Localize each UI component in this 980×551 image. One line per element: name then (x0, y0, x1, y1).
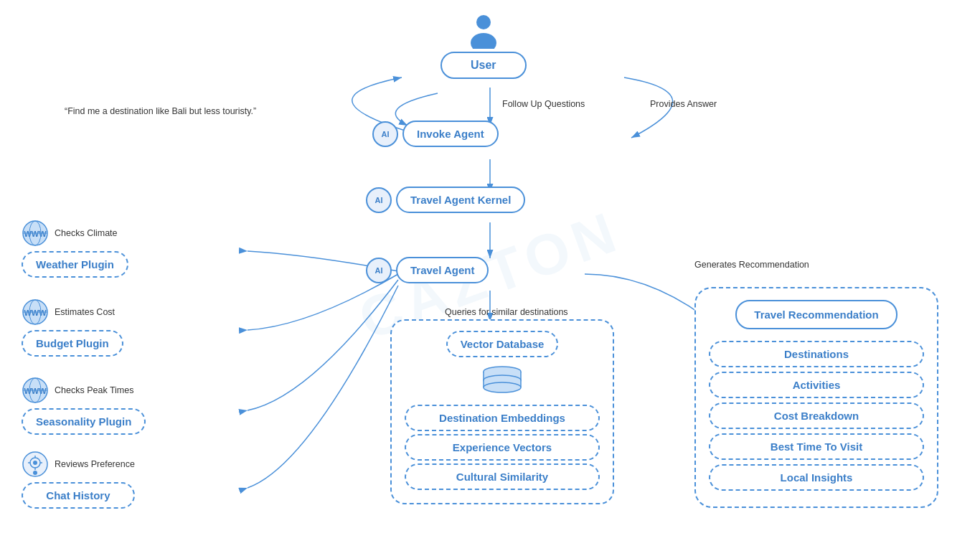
travel-recommendation-node: Travel Recommendation Destinations Activ… (694, 287, 938, 508)
svg-point-32 (484, 382, 521, 392)
brain-icon (22, 451, 49, 478)
cultural-similarity-box: Cultural Similarity (405, 463, 600, 490)
globe-seasonality-icon: WWW (22, 377, 49, 404)
queries-similar-text: Queries for similar destinations (445, 307, 568, 317)
database-svg-icon (481, 366, 524, 395)
seasonality-plugin-label: Seasonality Plugin (36, 415, 131, 428)
find-destination-label: “Find me a destination like Bali but les… (65, 106, 256, 116)
destinations-box: Destinations (709, 341, 924, 367)
chat-history-label: Chat History (46, 489, 110, 501)
user-node: User (440, 13, 527, 79)
invoke-agent-box: Invoke Agent (402, 121, 499, 147)
invoke-agent-label: Invoke Agent (417, 128, 484, 140)
destination-embeddings-label: Destination Embeddings (439, 412, 565, 424)
estimates-cost-label: Estimates Cost (55, 307, 115, 317)
reviews-pref-label: Reviews Preference (55, 459, 135, 469)
travel-recommendation-container: Travel Recommendation Destinations Activ… (694, 287, 938, 508)
user-box: User (440, 52, 527, 79)
destination-embeddings-box: Destination Embeddings (405, 405, 600, 431)
globe-weather-icon: WWW (22, 220, 49, 247)
budget-plugin-label: Budget Plugin (36, 337, 109, 349)
travel-recommendation-label: Travel Recommendation (754, 309, 878, 321)
seasonality-plugin-box: Seasonality Plugin (22, 408, 146, 435)
invoke-agent-node: AI Invoke Agent (372, 121, 499, 147)
travel-ai-icon: AI (366, 258, 392, 283)
seasonality-plugin-node: WWW Checks Peak Times Seasonality Plugin (22, 377, 146, 435)
experience-vectors-label: Experience Vectors (453, 441, 552, 453)
db-icon (405, 366, 600, 397)
travel-recommendation-box: Travel Recommendation (735, 300, 897, 329)
travel-agent-box: Travel Agent (396, 257, 489, 283)
travel-agent-kernel-label: Travel Agent Kernel (410, 194, 511, 206)
queries-similar-label: Queries for similar destinations (445, 307, 568, 317)
cost-breakdown-box: Cost Breakdown (709, 402, 924, 429)
weather-plugin-node: WWW Checks Climate Weather Plugin (22, 220, 128, 278)
activities-label: Activities (793, 379, 841, 391)
user-label: User (471, 59, 496, 71)
budget-plugin-node: WWW Estimates Cost Budget Plugin (22, 298, 123, 357)
architecture-diagram: CAZTON (0, 0, 980, 551)
svg-text:WWW: WWW (24, 309, 47, 317)
generates-rec-text: Generates Recommendation (694, 260, 809, 270)
destinations-label: Destinations (784, 348, 849, 360)
vector-database-node: Vector Database Destination Embeddings E (390, 319, 614, 504)
svg-text:WWW: WWW (24, 230, 47, 238)
vector-database-container: Vector Database Destination Embeddings E (390, 319, 614, 504)
local-insights-box: Local Insights (709, 464, 924, 491)
invoke-ai-icon: AI (372, 121, 398, 147)
weather-plugin-box: Weather Plugin (22, 251, 128, 278)
generates-rec-label: Generates Recommendation (694, 260, 809, 270)
provides-answer-label: Provides Answer (650, 99, 717, 109)
vector-database-box: Vector Database (446, 331, 559, 357)
svg-point-27 (33, 471, 37, 475)
checks-climate-label: Checks Climate (55, 228, 118, 238)
budget-plugin-box: Budget Plugin (22, 330, 123, 357)
activities-box: Activities (709, 372, 924, 398)
kernel-ai-icon: AI (366, 187, 392, 213)
svg-point-6 (476, 15, 491, 29)
cultural-similarity-label: Cultural Similarity (456, 471, 548, 483)
person-icon (468, 13, 499, 49)
best-time-label: Best Time To Visit (771, 441, 862, 453)
travel-agent-kernel-node: AI Travel Agent Kernel (366, 187, 525, 213)
svg-text:WWW: WWW (24, 387, 47, 395)
svg-point-26 (33, 461, 37, 465)
chat-history-node: Reviews Preference Chat History (22, 451, 135, 509)
vector-database-label: Vector Database (461, 338, 545, 350)
cost-breakdown-label: Cost Breakdown (774, 410, 859, 422)
follow-up-label: Follow Up Questions (502, 99, 585, 109)
travel-agent-kernel-box: Travel Agent Kernel (396, 187, 525, 213)
best-time-box: Best Time To Visit (709, 433, 924, 460)
globe-budget-icon: WWW (22, 298, 49, 326)
chat-history-box: Chat History (22, 482, 135, 509)
checks-peak-label: Checks Peak Times (55, 385, 133, 395)
local-insights-label: Local Insights (781, 471, 853, 484)
travel-agent-label: Travel Agent (410, 264, 474, 276)
experience-vectors-box: Experience Vectors (405, 434, 600, 461)
travel-agent-node: AI Travel Agent (366, 257, 489, 283)
svg-point-7 (471, 33, 496, 49)
weather-plugin-label: Weather Plugin (36, 258, 114, 270)
